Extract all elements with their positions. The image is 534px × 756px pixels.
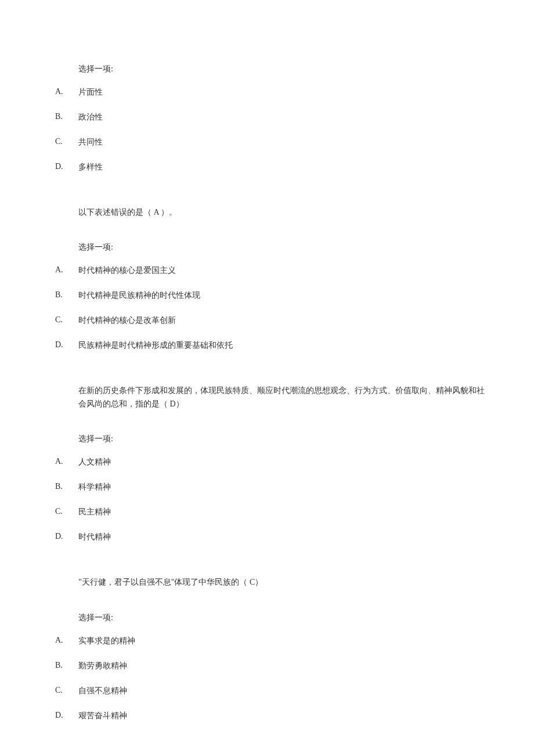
- select-prompt: 选择一项:: [78, 434, 488, 444]
- option-b: B. 科学精神: [55, 482, 488, 492]
- select-prompt: 选择一项:: [78, 64, 488, 74]
- option-c: C. 自强不息精神: [55, 686, 488, 696]
- option-c: C. 时代精神的核心是改革创新: [55, 315, 488, 326]
- option-label: A.: [55, 457, 78, 467]
- option-d: D. 时代精神: [55, 532, 488, 542]
- option-text: 民族精神是时代精神形成的重要基础和依托: [78, 340, 488, 351]
- option-text: 时代精神的核心是爱国主义: [78, 265, 488, 276]
- option-b: B. 时代精神是民族精神的时代性体现: [55, 290, 488, 301]
- option-text: 民主精神: [78, 507, 488, 517]
- question-text: 以下表述错误的是（ A ）。: [78, 206, 488, 219]
- option-label: C.: [55, 137, 78, 147]
- option-label: B.: [55, 112, 78, 123]
- option-text: 勤劳勇敢精神: [78, 661, 488, 671]
- option-label: C.: [55, 686, 78, 696]
- question-block-4: "天行健，君子以自强不息"体现了中华民族的（ C） 选择一项: A. 实事求是的…: [55, 576, 488, 721]
- option-d: D. 民族精神是时代精神形成的重要基础和依托: [55, 340, 488, 351]
- option-d: D. 艰苦奋斗精神: [55, 711, 488, 721]
- option-text: 时代精神的核心是改革创新: [78, 315, 488, 326]
- option-text: 时代精神: [78, 532, 488, 542]
- option-a: A. 时代精神的核心是爱国主义: [55, 265, 488, 276]
- option-c: C. 共同性: [55, 137, 488, 147]
- option-text: 艰苦奋斗精神: [78, 711, 488, 721]
- option-text: 实事求是的精神: [78, 636, 488, 646]
- option-a: A. 实事求是的精神: [55, 636, 488, 646]
- option-b: B. 勤劳勇敢精神: [55, 661, 488, 671]
- option-label: D.: [55, 162, 78, 172]
- question-text: "天行健，君子以自强不息"体现了中华民族的（ C）: [78, 576, 488, 589]
- option-label: C.: [55, 315, 78, 326]
- option-label: A.: [55, 87, 78, 98]
- question-text: 在新的历史条件下形成和发展的，体现民族特质、顺应时代潮流的思想观念、行为方式、价…: [78, 384, 488, 411]
- option-text: 多样性: [78, 162, 488, 172]
- question-block-1: 选择一项: A. 片面性 B. 政治性 C. 共同性 D. 多样性: [55, 64, 488, 172]
- question-block-3: 在新的历史条件下形成和发展的，体现民族特质、顺应时代潮流的思想观念、行为方式、价…: [55, 384, 488, 542]
- option-text: 片面性: [78, 87, 488, 98]
- option-text: 时代精神是民族精神的时代性体现: [78, 290, 488, 301]
- option-label: B.: [55, 482, 78, 492]
- option-text: 共同性: [78, 137, 488, 147]
- option-a: A. 人文精神: [55, 457, 488, 467]
- option-label: B.: [55, 661, 78, 671]
- option-text: 自强不息精神: [78, 686, 488, 696]
- select-prompt: 选择一项:: [78, 242, 488, 253]
- option-label: D.: [55, 340, 78, 351]
- option-label: A.: [55, 265, 78, 276]
- option-text: 科学精神: [78, 482, 488, 492]
- option-text: 政治性: [78, 112, 488, 123]
- option-label: B.: [55, 290, 78, 301]
- option-c: C. 民主精神: [55, 507, 488, 517]
- option-label: A.: [55, 636, 78, 646]
- option-text: 人文精神: [78, 457, 488, 467]
- option-label: C.: [55, 507, 78, 517]
- option-label: D.: [55, 532, 78, 542]
- option-a: A. 片面性: [55, 87, 488, 98]
- question-block-2: 以下表述错误的是（ A ）。 选择一项: A. 时代精神的核心是爱国主义 B. …: [55, 206, 488, 351]
- option-b: B. 政治性: [55, 112, 488, 123]
- option-label: D.: [55, 711, 78, 721]
- option-d: D. 多样性: [55, 162, 488, 172]
- select-prompt: 选择一项:: [78, 613, 488, 623]
